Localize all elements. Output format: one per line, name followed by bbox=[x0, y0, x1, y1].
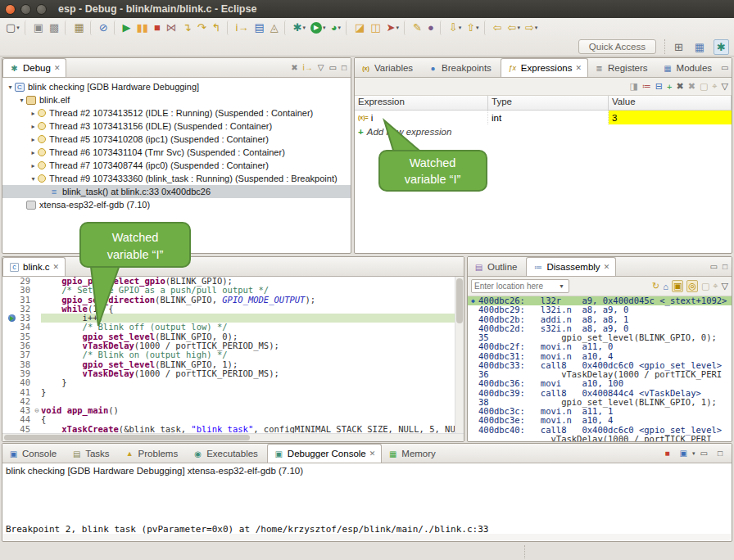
new-wizard[interactable]: ▢▾ bbox=[4, 20, 21, 36]
tree-expander-icon[interactable]: ▸ bbox=[29, 136, 38, 143]
sync-with-pc[interactable]: ◎ bbox=[686, 280, 698, 292]
view-tab[interactable]: Breakpoints bbox=[422, 59, 501, 77]
breakpoint-marker-icon[interactable] bbox=[8, 351, 16, 359]
terminate[interactable]: ■ bbox=[152, 20, 163, 36]
fold-marker-icon[interactable] bbox=[33, 397, 41, 406]
disassembly-row[interactable]: 400dbc2f: movi.n a11, 0 bbox=[468, 342, 732, 351]
breakpoint-marker-icon[interactable] bbox=[8, 323, 16, 331]
dropdown-arrow-icon[interactable]: ▾ bbox=[459, 25, 462, 31]
add-expression[interactable]: + bbox=[667, 82, 672, 92]
dropdown-arrow-icon[interactable]: ▾ bbox=[396, 25, 400, 31]
collapse-all[interactable]: ⊟ bbox=[655, 81, 663, 92]
editor-horizontal-scrollbar[interactable] bbox=[2, 433, 464, 441]
location-input[interactable] bbox=[472, 282, 559, 291]
tab-debug[interactable]: Debug ✕ bbox=[2, 58, 66, 77]
terminate[interactable]: ■ bbox=[664, 449, 669, 458]
view-menu[interactable]: ▽ bbox=[722, 281, 728, 291]
dropdown-arrow-icon[interactable]: ▾ bbox=[517, 25, 520, 31]
tree-expander-icon[interactable]: ▸ bbox=[29, 149, 38, 156]
external-tools[interactable]: ◕▾ bbox=[329, 20, 342, 36]
tree-expander-icon[interactable]: ▸ bbox=[29, 162, 38, 169]
breakpoint-marker-icon[interactable] bbox=[8, 407, 16, 414]
breakpoint-marker-icon[interactable] bbox=[8, 416, 16, 423]
breakpoint-marker-icon[interactable] bbox=[8, 389, 16, 396]
open-folder[interactable]: ◪ bbox=[353, 20, 367, 36]
step-over[interactable]: ↷ bbox=[196, 20, 209, 36]
breakpoint-marker-icon[interactable] bbox=[8, 305, 16, 313]
new-view[interactable]: ▢ bbox=[701, 281, 709, 291]
debug-tree-row[interactable]: ▸ Thread #6 1073431104 (Tmr Svc) (Suspen… bbox=[2, 146, 351, 159]
code-editor[interactable]: 29 gpio_pad_select_gpio(BLINK_GPIO); 30 … bbox=[2, 277, 464, 442]
view-tab[interactable]: Disassembly ✕ bbox=[526, 257, 616, 276]
fold-marker-icon[interactable] bbox=[33, 369, 41, 378]
debug-tree-row[interactable]: ▸ Thread #5 1073410208 (ipc1) (Suspended… bbox=[2, 133, 351, 146]
debug-tree-row[interactable]: ▸ Thread #2 1073413512 (IDLE : Running) … bbox=[2, 106, 351, 120]
code-line[interactable]: 40 } bbox=[2, 378, 464, 387]
debug[interactable]: ✱▾ bbox=[292, 20, 307, 36]
breakpoint-marker-icon[interactable] bbox=[8, 370, 16, 377]
column-header-expression[interactable]: Expression bbox=[355, 96, 488, 110]
window-maximize-button[interactable] bbox=[36, 4, 47, 15]
breakpoint-marker-icon[interactable] bbox=[8, 296, 16, 304]
code-text[interactable]: while(1) { bbox=[41, 305, 464, 314]
last-edit-location[interactable]: ⇦ bbox=[492, 20, 505, 36]
fold-marker-icon[interactable] bbox=[33, 378, 41, 387]
step-return[interactable]: ↰ bbox=[211, 20, 224, 36]
open-perspective-icon[interactable]: ⊞ bbox=[672, 40, 686, 54]
fold-marker-icon[interactable] bbox=[33, 314, 41, 323]
disassembly-row[interactable]: 400dbc3e: movi.n a10, 4 bbox=[468, 416, 732, 425]
pin-view[interactable]: ⌖ bbox=[713, 281, 718, 291]
debug-tree-row[interactable]: ▾ blink.elf bbox=[2, 93, 351, 106]
fold-marker-icon[interactable] bbox=[33, 323, 41, 332]
console-tab[interactable]: Problems bbox=[119, 445, 188, 463]
format[interactable]: ✎ bbox=[411, 20, 424, 36]
close-icon[interactable]: ✕ bbox=[54, 64, 61, 72]
fold-marker-icon[interactable] bbox=[33, 388, 41, 397]
debug-console[interactable]: ▤ bbox=[252, 20, 266, 36]
console-horizontal-scrollbar[interactable] bbox=[3, 534, 731, 540]
maximize[interactable]: □ bbox=[342, 63, 347, 72]
flash[interactable]: ➤▾ bbox=[385, 20, 401, 36]
save-all[interactable]: ▩ bbox=[48, 20, 61, 36]
code-text[interactable]: } bbox=[41, 388, 464, 397]
column-header-value[interactable]: Value bbox=[609, 96, 732, 110]
minimize[interactable]: ▭ bbox=[700, 449, 708, 458]
maximize-icon[interactable]: □ bbox=[723, 262, 727, 271]
debug-tree-row[interactable]: xtensa-esp32-elf-gdb (7.10) bbox=[2, 198, 351, 211]
column-header-type[interactable]: Type bbox=[488, 96, 609, 110]
fold-marker-icon[interactable] bbox=[33, 350, 41, 359]
editor-tab[interactable]: blink.c ✕ bbox=[2, 257, 66, 276]
line-number[interactable]: 40 bbox=[2, 378, 33, 387]
tree-expander-icon[interactable]: ▾ bbox=[29, 175, 38, 183]
maximize[interactable]: □ bbox=[718, 449, 723, 458]
debug-tree-row[interactable]: ▾ blink checking [GDB Hardware Debugging… bbox=[2, 80, 351, 93]
chevron-down-icon[interactable]: ▼ bbox=[559, 283, 567, 289]
fold-marker-icon[interactable] bbox=[33, 305, 41, 314]
tree-expander-icon[interactable]: ▸ bbox=[29, 123, 38, 130]
code-text[interactable]: vTaskDelay(1000 / portTICK_PERIOD_MS); bbox=[41, 369, 464, 378]
code-line[interactable]: 41 } bbox=[2, 388, 464, 397]
view-tab[interactable]: Variables bbox=[355, 59, 422, 77]
previous-annotation[interactable]: ⇧▾ bbox=[464, 20, 480, 36]
dropdown-arrow-icon[interactable]: ▾ bbox=[476, 25, 479, 31]
disassembly-row[interactable]: vTaskDelay(1000 / portTICK_PERI bbox=[468, 435, 732, 442]
next-annotation[interactable]: ⇩▾ bbox=[447, 20, 463, 36]
cpp-perspective-icon[interactable]: ▦ bbox=[692, 40, 707, 54]
close-icon[interactable]: ✕ bbox=[575, 64, 582, 72]
refresh[interactable]: ↻ bbox=[652, 281, 659, 291]
skip-all-breakpoints[interactable]: ⊘ bbox=[97, 20, 111, 36]
fold-marker-icon[interactable] bbox=[33, 360, 41, 369]
trace-control[interactable]: ◬ bbox=[269, 20, 281, 36]
breakpoint-marker-icon[interactable] bbox=[8, 379, 16, 386]
breakpoint-marker-icon[interactable] bbox=[8, 398, 16, 405]
remove-selected[interactable]: ✖ bbox=[676, 81, 683, 92]
code-line[interactable]: 39 vTaskDelay(1000 / portTICK_PERIOD_MS)… bbox=[2, 369, 464, 378]
close-icon[interactable]: ✕ bbox=[604, 263, 610, 271]
view-menu[interactable]: ▽ bbox=[722, 81, 728, 92]
quick-access-button[interactable]: Quick Access bbox=[578, 39, 656, 54]
disassembly-row[interactable]: 400dbc29: l32i.n a8, a9, 0 bbox=[468, 305, 732, 314]
breakpoint-marker-icon[interactable] bbox=[8, 342, 16, 350]
disassembly-row[interactable]: 400dbc36: movi a10, 100 bbox=[468, 379, 732, 388]
view-tab[interactable]: Modules bbox=[657, 59, 721, 77]
remove-all[interactable]: ✖ bbox=[688, 81, 695, 92]
